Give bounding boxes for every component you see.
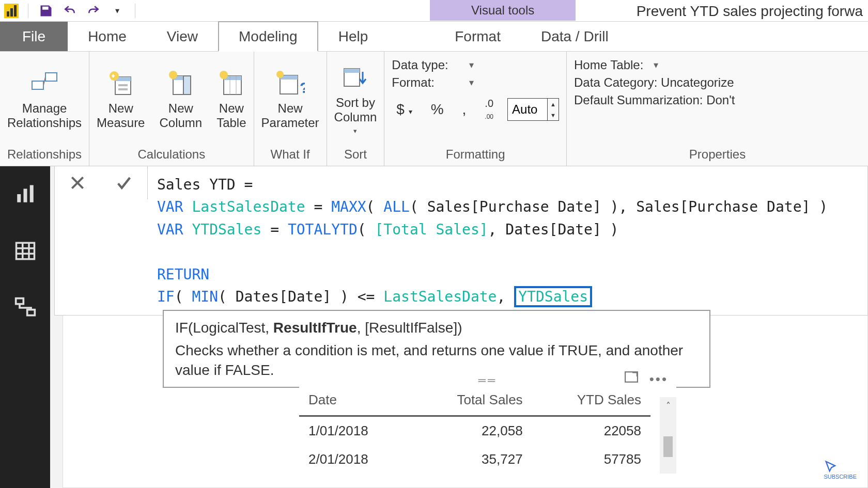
formula-commit-button[interactable] — [115, 174, 133, 192]
visual-tools-tab-header[interactable]: Visual tools — [430, 0, 576, 21]
selected-token[interactable]: YTDSales — [514, 286, 592, 307]
col-ytd-sales[interactable]: YTD Sales — [532, 385, 650, 416]
currency-button[interactable]: $ ▾ — [392, 99, 416, 120]
sort-by-column-button[interactable]: Sort by Column ▾ — [334, 64, 377, 135]
scroll-up-icon[interactable]: ˄ — [666, 397, 671, 415]
new-parameter-button[interactable]: ? New Parameter — [261, 69, 319, 130]
decimal-places-stepper[interactable]: ▲▼ — [507, 98, 559, 121]
svg-rect-25 — [16, 243, 34, 259]
group-properties: Home Table: ▾ Data Category: Uncategoriz… — [567, 52, 868, 166]
model-icon — [14, 296, 37, 319]
document-title: Prevent YTD sales projecting forwa — [637, 3, 863, 20]
report-view-button[interactable] — [11, 180, 40, 209]
col-date[interactable]: Date — [299, 385, 411, 416]
undo-icon — [62, 4, 78, 18]
model-view-button[interactable] — [11, 293, 40, 322]
new-parameter-icon: ? — [276, 69, 305, 98]
svg-rect-23 — [23, 189, 27, 202]
tooltip-description: Checks whether a condition is met, and r… — [175, 341, 698, 380]
group-what-if: ? New Parameter What If — [254, 52, 327, 166]
data-type-dropdown[interactable]: ▾ — [469, 59, 474, 71]
table-scrollbar[interactable]: ˄ — [660, 397, 676, 474]
home-table-label: Home Table: — [574, 58, 643, 72]
format-dropdown[interactable]: ▾ — [469, 77, 474, 88]
scroll-thumb[interactable] — [663, 436, 673, 457]
label: Manage Relationships — [7, 101, 82, 130]
label: New Measure — [97, 101, 145, 130]
redo-icon — [86, 4, 101, 18]
svg-rect-24 — [29, 185, 33, 202]
x-icon — [69, 175, 86, 191]
tab-view[interactable]: View — [147, 22, 218, 51]
percent-button[interactable]: % — [426, 99, 448, 120]
col-total-sales[interactable]: Total Sales — [411, 385, 532, 416]
new-column-button[interactable]: New Column — [159, 69, 202, 130]
divider — [28, 4, 28, 18]
tab-home[interactable]: Home — [68, 22, 147, 51]
table-row[interactable]: 2/01/2018 35,727 57785 — [299, 445, 650, 474]
table-row[interactable]: 1/01/2018 22,058 22058 — [299, 416, 650, 446]
decimal-places-input[interactable] — [508, 99, 547, 120]
new-table-icon — [217, 69, 246, 98]
bar-chart-icon — [14, 183, 36, 205]
divider — [135, 4, 135, 18]
group-sort: Sort by Column ▾ Sort — [327, 52, 385, 166]
new-column-icon — [166, 69, 195, 98]
format-label: Format: — [392, 75, 459, 90]
svg-point-10 — [169, 71, 177, 79]
group-label: Properties — [574, 144, 861, 164]
nav-rail — [0, 166, 50, 488]
manage-relationships-button[interactable]: Manage Relationships — [7, 69, 82, 130]
tab-format[interactable]: Format — [435, 22, 521, 51]
default-summarization-label: Default Summarization: Don't — [574, 93, 735, 107]
label: New Table — [216, 101, 246, 130]
redo-button[interactable] — [85, 3, 102, 19]
cursor-click-icon — [824, 459, 838, 474]
tab-help[interactable]: Help — [318, 22, 389, 51]
tab-file[interactable]: File — [0, 22, 68, 51]
thousands-button[interactable]: , — [458, 99, 471, 120]
group-formatting: Data type: ▾ Format: ▾ $ ▾ % , .0.00 ▲▼ … — [384, 52, 567, 166]
check-icon — [115, 174, 133, 192]
svg-rect-1 — [45, 73, 57, 81]
drag-handle-icon[interactable]: ══ — [299, 375, 676, 385]
sort-icon — [341, 64, 370, 92]
data-view-button[interactable] — [11, 237, 40, 265]
svg-text:?: ? — [300, 79, 305, 96]
group-calculations: New Measure New Column New Table Calcula… — [89, 52, 254, 166]
step-down[interactable]: ▼ — [548, 109, 559, 120]
quick-access-toolbar: ▾ — [0, 0, 137, 21]
tab-modeling[interactable]: Modeling — [218, 21, 318, 52]
formula-cancel-button[interactable] — [69, 175, 86, 191]
decimals-icon: .0.00 — [480, 95, 498, 124]
table-visual[interactable]: ══ ••• Date Total Sales YTD Sales 1/01/2… — [299, 375, 676, 474]
focus-mode-icon[interactable] — [625, 371, 638, 387]
step-up[interactable]: ▲ — [548, 99, 559, 109]
more-options-icon[interactable]: ••• — [649, 371, 668, 387]
qat-customize-button[interactable]: ▾ — [109, 3, 126, 19]
group-label: Relationships — [7, 144, 82, 164]
undo-button[interactable] — [61, 3, 78, 19]
canvas-area: Prev Sales YTD = VAR LastSalesDate = MAX… — [50, 166, 868, 488]
svg-rect-6 — [118, 88, 128, 90]
tab-data-drill[interactable]: Data / Drill — [521, 22, 629, 51]
svg-point-19 — [276, 71, 284, 78]
table-icon — [14, 240, 36, 262]
home-table-dropdown[interactable]: ▾ — [654, 59, 658, 71]
data-table: Date Total Sales YTD Sales 1/01/2018 22,… — [299, 385, 650, 474]
svg-point-15 — [220, 71, 228, 79]
new-measure-button[interactable]: New Measure — [97, 69, 145, 130]
group-label: Sort — [334, 144, 377, 164]
group-relationships: Manage Relationships Relationships — [0, 52, 89, 166]
new-table-button[interactable]: New Table — [216, 69, 246, 130]
tooltip-signature: IF(LogicalTest, ResultIfTrue, [ResultIfF… — [175, 318, 698, 338]
svg-rect-31 — [27, 310, 35, 316]
formula-bar: Sales YTD = VAR LastSalesDate = MAXX( AL… — [54, 166, 868, 316]
group-label: What If — [261, 144, 319, 164]
svg-rect-5 — [118, 84, 128, 86]
svg-rect-0 — [32, 81, 43, 89]
group-label: Formatting — [392, 144, 559, 164]
workspace: Prev Sales YTD = VAR LastSalesDate = MAX… — [0, 166, 868, 488]
save-button[interactable] — [38, 3, 54, 19]
formula-editor[interactable]: Sales YTD = VAR LastSalesDate = MAXX( AL… — [148, 166, 837, 315]
